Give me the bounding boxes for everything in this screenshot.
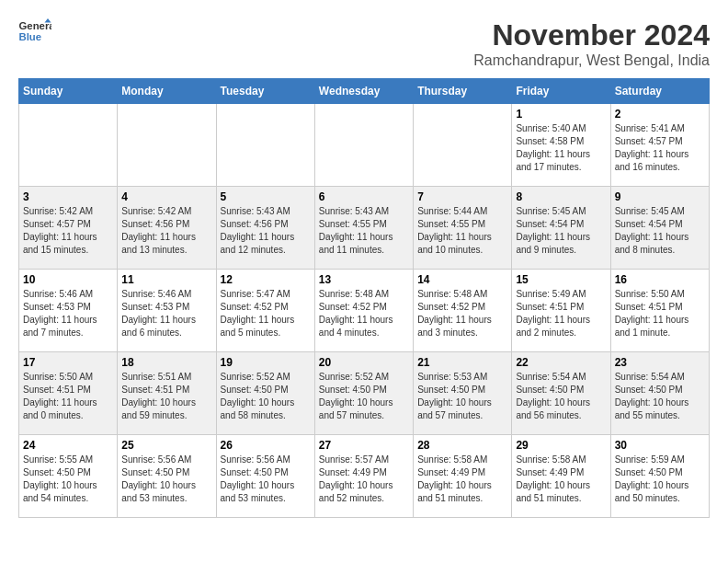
weekday-header-saturday: Saturday: [610, 79, 709, 104]
day-info: Sunrise: 5:46 AM Sunset: 4:53 PM Dayligh…: [23, 288, 113, 339]
day-info: Sunrise: 5:48 AM Sunset: 4:52 PM Dayligh…: [417, 288, 507, 339]
day-number: 21: [417, 356, 507, 369]
day-number: 5: [221, 190, 311, 203]
calendar-cell: 22Sunrise: 5:54 AM Sunset: 4:50 PM Dayli…: [512, 352, 610, 435]
calendar-cell: 10Sunrise: 5:46 AM Sunset: 4:53 PM Dayli…: [19, 270, 118, 352]
day-info: Sunrise: 5:53 AM Sunset: 4:50 PM Dayligh…: [417, 371, 507, 422]
day-info: Sunrise: 5:58 AM Sunset: 4:49 PM Dayligh…: [417, 454, 507, 505]
day-number: 16: [615, 273, 705, 286]
week-row-1: 1Sunrise: 5:40 AM Sunset: 4:58 PM Daylig…: [19, 104, 710, 187]
logo: General Blue: [18, 18, 51, 44]
calendar-cell: 17Sunrise: 5:50 AM Sunset: 4:51 PM Dayli…: [19, 352, 118, 435]
week-row-3: 10Sunrise: 5:46 AM Sunset: 4:53 PM Dayli…: [19, 270, 710, 352]
day-number: 28: [417, 439, 507, 452]
day-number: 9: [615, 190, 705, 203]
calendar-cell: 12Sunrise: 5:47 AM Sunset: 4:52 PM Dayli…: [216, 270, 314, 352]
day-number: 23: [615, 356, 705, 369]
day-info: Sunrise: 5:50 AM Sunset: 4:51 PM Dayligh…: [615, 288, 705, 339]
day-number: 13: [319, 273, 409, 286]
day-number: 14: [417, 273, 507, 286]
weekday-header-tuesday: Tuesday: [216, 79, 314, 104]
day-info: Sunrise: 5:40 AM Sunset: 4:58 PM Dayligh…: [516, 122, 606, 174]
weekday-header-monday: Monday: [118, 79, 216, 104]
calendar-cell: 13Sunrise: 5:48 AM Sunset: 4:52 PM Dayli…: [314, 270, 413, 352]
day-info: Sunrise: 5:48 AM Sunset: 4:52 PM Dayligh…: [319, 288, 409, 339]
day-number: 22: [516, 356, 606, 369]
calendar-cell: 8Sunrise: 5:45 AM Sunset: 4:54 PM Daylig…: [512, 187, 610, 270]
day-info: Sunrise: 5:57 AM Sunset: 4:49 PM Dayligh…: [319, 454, 409, 505]
day-info: Sunrise: 5:54 AM Sunset: 4:50 PM Dayligh…: [516, 371, 606, 422]
calendar-cell: [19, 104, 118, 187]
weekday-header-wednesday: Wednesday: [314, 79, 413, 104]
day-info: Sunrise: 5:47 AM Sunset: 4:52 PM Dayligh…: [221, 288, 311, 339]
location: Ramchandrapur, West Bengal, India: [473, 52, 710, 69]
calendar-cell: [216, 104, 314, 187]
day-number: 8: [516, 190, 606, 203]
calendar-cell: 15Sunrise: 5:49 AM Sunset: 4:51 PM Dayli…: [512, 270, 610, 352]
day-number: 7: [417, 190, 507, 203]
calendar-cell: [314, 104, 413, 187]
day-info: Sunrise: 5:59 AM Sunset: 4:50 PM Dayligh…: [615, 454, 705, 505]
day-number: 20: [319, 356, 409, 369]
day-number: 3: [23, 190, 113, 203]
day-info: Sunrise: 5:56 AM Sunset: 4:50 PM Dayligh…: [121, 454, 211, 505]
day-info: Sunrise: 5:41 AM Sunset: 4:57 PM Dayligh…: [615, 122, 705, 174]
calendar-cell: 29Sunrise: 5:58 AM Sunset: 4:49 PM Dayli…: [512, 435, 610, 518]
calendar-cell: 5Sunrise: 5:43 AM Sunset: 4:56 PM Daylig…: [216, 187, 314, 270]
weekday-header-friday: Friday: [512, 79, 610, 104]
calendar-cell: 11Sunrise: 5:46 AM Sunset: 4:53 PM Dayli…: [118, 270, 216, 352]
day-info: Sunrise: 5:54 AM Sunset: 4:50 PM Dayligh…: [615, 371, 705, 422]
day-number: 17: [23, 356, 113, 369]
day-number: 29: [516, 439, 606, 452]
calendar-cell: 2Sunrise: 5:41 AM Sunset: 4:57 PM Daylig…: [610, 104, 709, 187]
day-number: 11: [121, 273, 211, 286]
calendar-cell: 28Sunrise: 5:58 AM Sunset: 4:49 PM Dayli…: [414, 435, 512, 518]
day-number: 25: [121, 439, 211, 452]
day-number: 15: [516, 273, 606, 286]
month-year: November 2024: [473, 18, 710, 52]
header: General Blue November 2024 Ramchandrapur…: [18, 18, 710, 69]
day-info: Sunrise: 5:42 AM Sunset: 4:56 PM Dayligh…: [121, 205, 211, 257]
week-row-5: 24Sunrise: 5:55 AM Sunset: 4:50 PM Dayli…: [19, 435, 710, 518]
day-info: Sunrise: 5:49 AM Sunset: 4:51 PM Dayligh…: [516, 288, 606, 339]
day-info: Sunrise: 5:55 AM Sunset: 4:50 PM Dayligh…: [23, 454, 113, 505]
day-number: 10: [23, 273, 113, 286]
calendar-cell: 23Sunrise: 5:54 AM Sunset: 4:50 PM Dayli…: [610, 352, 709, 435]
calendar-cell: 19Sunrise: 5:52 AM Sunset: 4:50 PM Dayli…: [216, 352, 314, 435]
day-info: Sunrise: 5:52 AM Sunset: 4:50 PM Dayligh…: [221, 371, 311, 422]
day-info: Sunrise: 5:43 AM Sunset: 4:56 PM Dayligh…: [221, 205, 311, 257]
day-info: Sunrise: 5:50 AM Sunset: 4:51 PM Dayligh…: [23, 371, 113, 422]
calendar-cell: 21Sunrise: 5:53 AM Sunset: 4:50 PM Dayli…: [414, 352, 512, 435]
week-row-2: 3Sunrise: 5:42 AM Sunset: 4:57 PM Daylig…: [19, 187, 710, 270]
day-info: Sunrise: 5:46 AM Sunset: 4:53 PM Dayligh…: [121, 288, 211, 339]
day-number: 4: [121, 190, 211, 203]
weekday-header-row: SundayMondayTuesdayWednesdayThursdayFrid…: [19, 79, 710, 104]
calendar-cell: 24Sunrise: 5:55 AM Sunset: 4:50 PM Dayli…: [19, 435, 118, 518]
logo-icon: General Blue: [18, 18, 51, 44]
day-info: Sunrise: 5:43 AM Sunset: 4:55 PM Dayligh…: [319, 205, 409, 257]
calendar-cell: 9Sunrise: 5:45 AM Sunset: 4:54 PM Daylig…: [610, 187, 709, 270]
calendar-cell: 14Sunrise: 5:48 AM Sunset: 4:52 PM Dayli…: [414, 270, 512, 352]
calendar-cell: 1Sunrise: 5:40 AM Sunset: 4:58 PM Daylig…: [512, 104, 610, 187]
title-section: November 2024 Ramchandrapur, West Bengal…: [473, 18, 710, 69]
calendar-cell: 16Sunrise: 5:50 AM Sunset: 4:51 PM Dayli…: [610, 270, 709, 352]
day-number: 30: [615, 439, 705, 452]
calendar-cell: 26Sunrise: 5:56 AM Sunset: 4:50 PM Dayli…: [216, 435, 314, 518]
day-number: 6: [319, 190, 409, 203]
calendar-cell: 20Sunrise: 5:52 AM Sunset: 4:50 PM Dayli…: [314, 352, 413, 435]
day-info: Sunrise: 5:44 AM Sunset: 4:55 PM Dayligh…: [417, 205, 507, 257]
weekday-header-thursday: Thursday: [414, 79, 512, 104]
day-number: 18: [121, 356, 211, 369]
day-number: 19: [221, 356, 311, 369]
day-number: 2: [615, 108, 705, 121]
day-number: 24: [23, 439, 113, 452]
calendar-cell: 4Sunrise: 5:42 AM Sunset: 4:56 PM Daylig…: [118, 187, 216, 270]
day-info: Sunrise: 5:51 AM Sunset: 4:51 PM Dayligh…: [121, 371, 211, 422]
day-info: Sunrise: 5:42 AM Sunset: 4:57 PM Dayligh…: [23, 205, 113, 257]
calendar-cell: 27Sunrise: 5:57 AM Sunset: 4:49 PM Dayli…: [314, 435, 413, 518]
day-number: 12: [221, 273, 311, 286]
calendar-cell: [118, 104, 216, 187]
calendar: SundayMondayTuesdayWednesdayThursdayFrid…: [18, 78, 710, 518]
calendar-cell: 30Sunrise: 5:59 AM Sunset: 4:50 PM Dayli…: [610, 435, 709, 518]
day-info: Sunrise: 5:56 AM Sunset: 4:50 PM Dayligh…: [221, 454, 311, 505]
